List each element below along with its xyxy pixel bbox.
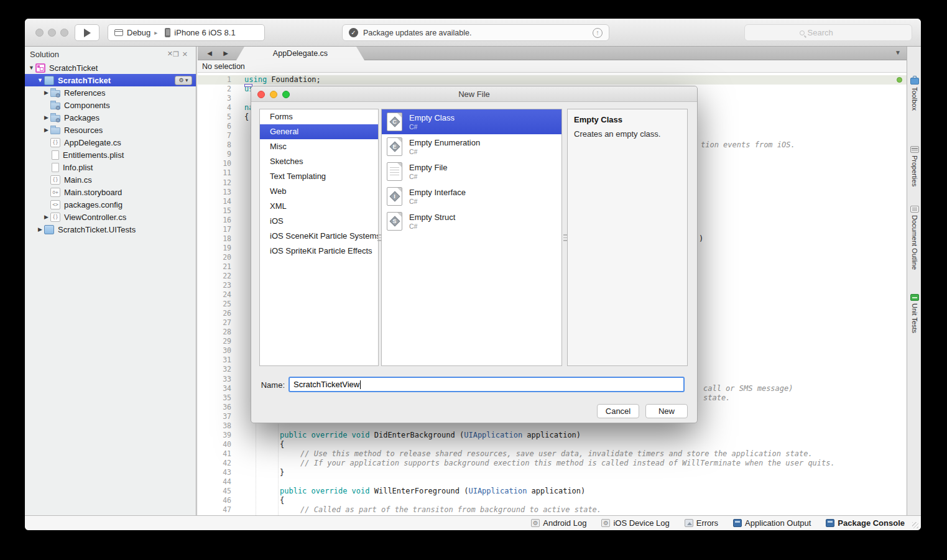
editor-tab-title: AppDelegate.cs bbox=[273, 49, 328, 58]
nav-forward-button[interactable]: ▶ bbox=[218, 47, 234, 60]
tree-item-appdelegate-cs[interactable]: {}AppDelegate.cs bbox=[25, 136, 196, 149]
dock-tab-document-outline[interactable]: Document Outline bbox=[907, 206, 921, 270]
code-text: state. bbox=[703, 393, 730, 403]
nav-back-button[interactable]: ◀ bbox=[201, 47, 218, 60]
project-options-gear-button[interactable]: ⚙ ▾ bbox=[175, 76, 192, 85]
template-name: Empty Class bbox=[409, 113, 455, 122]
close-window-button[interactable] bbox=[35, 29, 44, 37]
line-number: 36 bbox=[198, 403, 231, 412]
tree-item-viewcontroller-cs[interactable]: ▶{}ViewController.cs bbox=[25, 211, 196, 223]
config-icon: <> bbox=[50, 200, 60, 209]
expander-right-icon[interactable]: ▶ bbox=[42, 127, 50, 133]
tree-item-references[interactable]: ▶References bbox=[25, 86, 196, 99]
template-empty-file[interactable]: Empty FileC# bbox=[382, 159, 561, 184]
editor-tab[interactable]: AppDelegate.cs bbox=[236, 47, 364, 60]
tree-item-scratchticket-uitests[interactable]: ▶ScratchTicket.UITests bbox=[25, 223, 196, 236]
tree-item-main-storyboard[interactable]: o+Main.storyboard bbox=[25, 186, 196, 198]
indent-guide bbox=[278, 421, 279, 515]
code-text: using Foundation; bbox=[244, 75, 321, 85]
category-web[interactable]: Web bbox=[260, 184, 378, 199]
resize-grip[interactable] bbox=[912, 522, 918, 528]
pad-button-errors[interactable]: Errors bbox=[685, 518, 718, 528]
update-arrow-icon[interactable]: ↑ bbox=[593, 28, 603, 38]
category-general[interactable]: General bbox=[260, 124, 378, 139]
search-field[interactable] bbox=[744, 24, 912, 41]
template-text: Empty FileC# bbox=[409, 163, 447, 180]
pad-button-package-console[interactable]: Package Console bbox=[826, 518, 905, 528]
category-xml[interactable]: XML bbox=[260, 199, 378, 214]
text-lines-shape bbox=[390, 167, 399, 177]
minimize-window-button[interactable] bbox=[48, 29, 56, 37]
line-number: 42 bbox=[198, 459, 231, 468]
template-name: Empty Struct bbox=[409, 213, 455, 222]
tree-item-packages-config[interactable]: <>packages.config bbox=[25, 198, 196, 211]
tree-item-label: Main.cs bbox=[64, 175, 92, 185]
dock-tab-label: Properties bbox=[911, 155, 918, 186]
device-label: iPhone 6 iOS 8.1 bbox=[174, 28, 235, 37]
code-text: { bbox=[280, 440, 284, 449]
template-text: Empty ClassC# bbox=[409, 113, 455, 131]
code-text: } bbox=[280, 468, 284, 477]
pad-button-ios-device-log[interactable]: ⚙iOS Device Log bbox=[601, 518, 669, 528]
dialog-close-button[interactable] bbox=[257, 91, 265, 98]
template-language: C# bbox=[409, 198, 466, 205]
template-empty-class[interactable]: CEmpty ClassC# bbox=[382, 109, 561, 134]
expander-right-icon[interactable]: ▶ bbox=[42, 90, 50, 96]
tree-item-entitlements-plist[interactable]: Entitlements.plist bbox=[25, 149, 196, 161]
line-number: 19 bbox=[198, 244, 231, 253]
tree-item-scratchticket[interactable]: ▼ScratchTicket bbox=[25, 62, 196, 74]
tree-item-scratchticket[interactable]: ▼ScratchTicket⚙ ▾ bbox=[25, 74, 196, 86]
status-message: Package updates are available. bbox=[363, 29, 471, 37]
file-template-icon bbox=[387, 162, 402, 181]
expander-right-icon[interactable]: ▶ bbox=[42, 114, 50, 121]
pane-resize-grip[interactable] bbox=[377, 234, 381, 242]
template-empty-struct[interactable]: SEmpty StructC# bbox=[382, 209, 561, 234]
window-icon bbox=[114, 29, 123, 36]
pad-button-application-output[interactable]: Application Output bbox=[733, 518, 811, 528]
tree-item-info-plist[interactable]: Info.plist bbox=[25, 161, 196, 173]
tab-close-icon[interactable]: ✕ bbox=[167, 47, 173, 60]
tab-list-chevron-icon[interactable]: ▼ bbox=[895, 47, 901, 60]
code-text: { bbox=[244, 112, 249, 122]
file-template-icon: C bbox=[387, 112, 402, 131]
category-sketches[interactable]: Sketches bbox=[260, 154, 378, 169]
dock-pad-icon[interactable]: ❐ bbox=[173, 50, 182, 58]
category-ios[interactable]: iOS bbox=[260, 214, 378, 229]
line-number: 26 bbox=[198, 309, 231, 318]
close-pad-icon[interactable]: ✕ bbox=[182, 50, 191, 58]
cancel-button[interactable]: Cancel bbox=[597, 404, 639, 418]
file-template-icon: S bbox=[387, 212, 402, 231]
expander-down-icon[interactable]: ▼ bbox=[36, 77, 44, 83]
category-forms[interactable]: Forms bbox=[260, 109, 378, 124]
tree-item-packages[interactable]: ▶Packages bbox=[25, 111, 196, 124]
category-ios-spritekit-particle-effects[interactable]: iOS SpriteKit Particle Effects bbox=[260, 244, 378, 259]
line-number: 13 bbox=[198, 188, 231, 197]
zoom-window-button[interactable] bbox=[60, 29, 68, 37]
dock-tab-unit-tests[interactable]: Unit Tests bbox=[907, 294, 921, 333]
category-ios-scenekit-particle-systems[interactable]: iOS SceneKit Particle Systems bbox=[260, 229, 378, 244]
dialog-minimize-button[interactable] bbox=[270, 91, 277, 98]
run-button[interactable] bbox=[75, 24, 99, 41]
line-number: 37 bbox=[198, 412, 231, 421]
build-config-selector[interactable]: Debug ▸ iPhone 6 iOS 8.1 bbox=[108, 24, 265, 41]
name-input[interactable]: ScratchTicketView bbox=[289, 377, 685, 392]
category-text-templating[interactable]: Text Templating bbox=[260, 169, 378, 184]
category-misc[interactable]: Misc bbox=[260, 139, 378, 154]
expander-down-icon[interactable]: ▼ bbox=[27, 65, 35, 71]
code-text: // Use this method to release shared res… bbox=[300, 449, 813, 459]
dock-tab-properties[interactable]: Properties bbox=[907, 146, 921, 186]
cs-icon: {} bbox=[50, 138, 60, 147]
line-number: 32 bbox=[198, 365, 231, 374]
search-input[interactable] bbox=[808, 28, 857, 37]
expander-right-icon[interactable]: ▶ bbox=[36, 226, 44, 232]
tree-item-main-cs[interactable]: {}Main.cs bbox=[25, 173, 196, 186]
pad-button-android-log[interactable]: ⚙Android Log bbox=[531, 518, 586, 528]
template-empty-interface[interactable]: IEmpty InterfaceC# bbox=[382, 184, 561, 209]
tree-item-components[interactable]: Components bbox=[25, 99, 196, 111]
tree-item-resources[interactable]: ▶Resources bbox=[25, 124, 196, 136]
expander-right-icon[interactable]: ▶ bbox=[42, 214, 50, 220]
dialog-zoom-button[interactable] bbox=[282, 91, 290, 98]
new-button[interactable]: New bbox=[645, 404, 688, 418]
template-empty-enumeration[interactable]: EEmpty EnumerationC# bbox=[382, 134, 561, 159]
dock-tab-toolbox[interactable]: Toolbox bbox=[907, 78, 921, 111]
